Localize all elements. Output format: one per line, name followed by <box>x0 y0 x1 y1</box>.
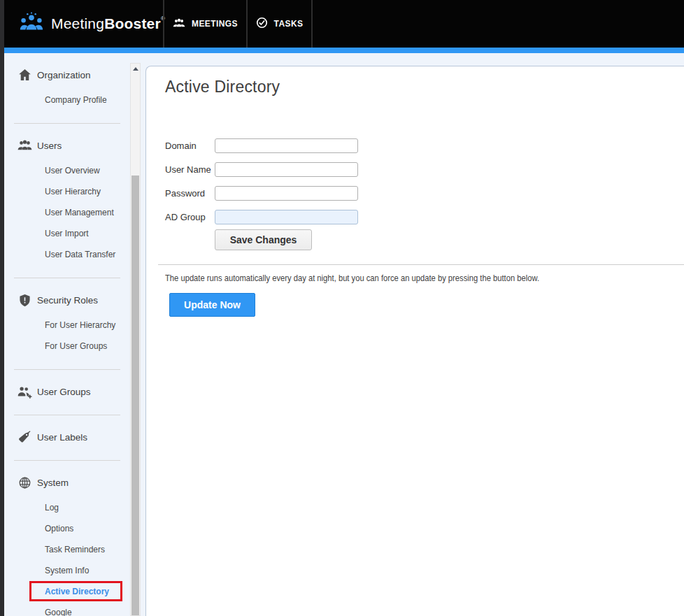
sidebar-item-google[interactable]: Google <box>4 602 130 616</box>
sidebar-section-label: Security Roles <box>37 295 98 306</box>
sidebar-item-user-management[interactable]: User Management <box>4 202 130 223</box>
form-row-password: Password <box>165 181 358 205</box>
sidebar-section-users[interactable]: Users <box>4 135 130 156</box>
tab-meetings-label: MEETINGS <box>192 19 238 29</box>
main-panel: Active Directory Domain User Name Passwo… <box>145 66 684 616</box>
meetingbooster-logo-icon <box>18 12 45 36</box>
sidebar-section-label: User Groups <box>37 387 91 397</box>
sidebar-item-log[interactable]: Log <box>4 497 130 518</box>
sidebar-item-task-reminders[interactable]: Task Reminders <box>4 539 130 560</box>
sidebar-divider <box>14 369 120 370</box>
top-nav: MeetingBooster® MEETINGS <box>0 0 684 48</box>
sidebar-item-label: Active Directory <box>45 587 109 596</box>
sidebar-item-user-hierarchy[interactable]: User Hierarchy <box>4 181 130 202</box>
sidebar-item-active-directory[interactable]: Active Directory <box>4 581 130 602</box>
tab-tasks-label: TASKS <box>274 19 304 29</box>
active-directory-form: Domain User Name Password AD Group Save … <box>165 134 358 250</box>
sidebar-item-user-data-transfer[interactable]: User Data Transfer <box>4 244 130 265</box>
sidebar-scrollbar[interactable] <box>130 63 141 616</box>
sidebar-item-company-profile[interactable]: Company Profile <box>4 89 130 110</box>
shield-icon <box>15 294 34 307</box>
users-icon <box>15 139 34 152</box>
domain-label: Domain <box>165 141 215 151</box>
section-divider <box>158 264 684 265</box>
sidebar-divider <box>14 278 120 278</box>
tab-tasks[interactable]: TASKS <box>246 0 313 48</box>
form-row-ad-group: AD Group <box>165 205 358 229</box>
password-field[interactable] <box>215 186 358 201</box>
ad-group-label: AD Group <box>165 212 215 222</box>
sidebar-section-user-labels[interactable]: User Labels <box>4 427 130 447</box>
scrollbar-thumb[interactable] <box>131 176 139 615</box>
sidebar-section-system[interactable]: System <box>4 472 130 493</box>
home-icon <box>15 69 34 81</box>
primary-tabs: MEETINGS TASKS <box>163 0 313 48</box>
app-logo[interactable]: MeetingBooster® <box>0 0 163 48</box>
people-icon <box>173 17 185 31</box>
page-title: Active Directory <box>165 78 280 96</box>
app-window: MeetingBooster® MEETINGS <box>0 0 684 616</box>
sidebar: Organization Company Profile Users User … <box>4 53 130 616</box>
user-name-field[interactable] <box>215 162 358 177</box>
sidebar-section-label: Users <box>37 141 62 151</box>
sidebar-item-for-user-groups[interactable]: For User Groups <box>4 336 130 357</box>
form-row-user-name: User Name <box>165 157 358 181</box>
globe-icon <box>15 476 34 489</box>
sidebar-section-label: System <box>37 478 69 488</box>
tag-icon <box>15 431 34 443</box>
ad-group-field[interactable] <box>215 210 358 224</box>
sidebar-item-options[interactable]: Options <box>4 518 130 539</box>
sidebar-section-label: User Labels <box>37 432 87 443</box>
scrollbar-up-button[interactable] <box>131 64 140 74</box>
sidebar-divider <box>14 123 120 124</box>
sidebar-item-system-info[interactable]: System Info <box>4 560 130 581</box>
domain-field[interactable] <box>215 138 358 153</box>
update-note: The update runs automatically every day … <box>165 273 539 283</box>
sidebar-item-user-overview[interactable]: User Overview <box>4 160 130 181</box>
sidebar-section-security-roles[interactable]: Security Roles <box>4 289 130 310</box>
user-name-label: User Name <box>165 164 215 175</box>
accent-bar <box>4 48 684 53</box>
sidebar-section-organization[interactable]: Organization <box>4 64 130 85</box>
sidebar-divider <box>14 415 120 415</box>
user-group-add-icon <box>15 385 34 399</box>
password-label: Password <box>165 188 215 199</box>
sidebar-section-user-groups[interactable]: User Groups <box>4 381 130 402</box>
sidebar-item-for-user-hierarchy[interactable]: For User Hierarchy <box>4 315 130 336</box>
sidebar-section-label: Organization <box>37 70 91 80</box>
check-circle-icon <box>256 17 268 31</box>
form-row-domain: Domain <box>165 134 358 157</box>
workspace: Organization Company Profile Users User … <box>4 53 684 616</box>
arrow-up-icon <box>133 67 138 71</box>
app-logo-text: MeetingBooster® <box>51 15 165 32</box>
tab-meetings[interactable]: MEETINGS <box>163 0 246 48</box>
sidebar-divider <box>14 460 120 461</box>
window-edge <box>0 0 4 616</box>
update-now-button[interactable]: Update Now <box>169 293 255 317</box>
sidebar-item-user-import[interactable]: User Import <box>4 223 130 244</box>
save-changes-button[interactable]: Save Changes <box>215 229 312 250</box>
